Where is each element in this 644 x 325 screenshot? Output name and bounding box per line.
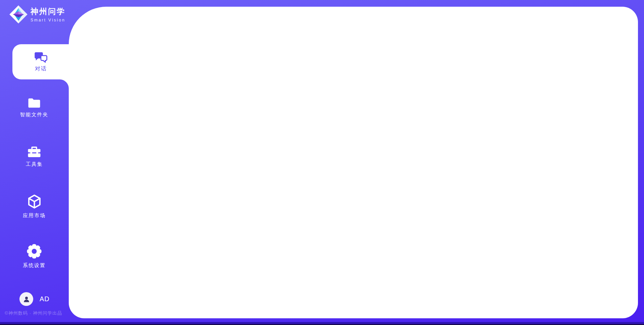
folder-icon [28,97,41,109]
brand-logo-diamond-icon [9,5,28,24]
sidebar-item-label: 对话 [35,65,47,72]
sidebar-item-smart-folder[interactable]: 智能文件夹 [0,97,68,118]
sidebar-item-label: 智能文件夹 [20,112,49,118]
brand-name: 神州问学 [31,6,65,17]
gear-icon [26,243,42,259]
sidebar-item-settings[interactable]: 系统设置 [0,243,68,269]
user-account[interactable]: AD [19,292,50,306]
sidebar-item-label: 系统设置 [23,262,46,269]
sidebar-item-app-market[interactable]: 应用市场 [0,194,68,219]
sidebar-footer: ©神州数码 · 神州问学出品 [5,310,62,316]
brand-subtitle: Smart Vision [31,18,65,22]
main-panel [69,7,638,318]
sidebar-item-label: 工具集 [26,161,43,168]
user-initials: AD [40,295,50,303]
sidebar-item-toolset[interactable]: 工具集 [0,146,68,168]
chat-bubbles-icon [34,51,48,63]
avatar [19,292,33,306]
briefcase-icon [27,146,41,158]
sidebar-item-chat[interactable]: 对话 [12,44,69,79]
person-icon [23,296,30,303]
brand: 神州问学 Smart Vision [9,5,65,24]
cube-icon [26,194,42,209]
sidebar-item-label: 应用市场 [23,212,46,219]
